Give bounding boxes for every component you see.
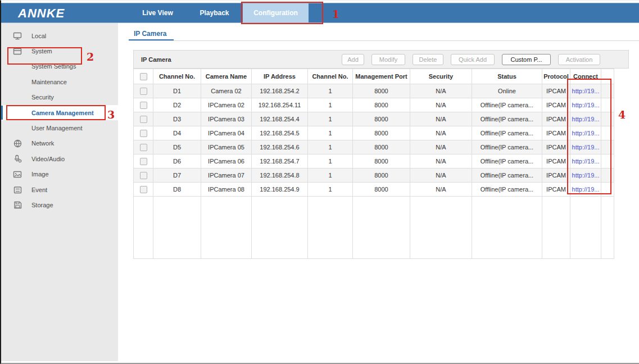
- table-row[interactable]: D2 IPCamera 02 192.168.254.11 1 8000 N/A…: [134, 98, 614, 112]
- tab-playback[interactable]: Playback: [186, 3, 243, 22]
- disk-icon: [12, 201, 22, 210]
- col-security: Security: [410, 69, 472, 84]
- browser-viewport: ANNKE Live View Playback Configuration L…: [0, 0, 639, 364]
- row-checkbox[interactable]: [140, 158, 147, 165]
- table-row[interactable]: D1 Camera 02 192.168.254.2 1 8000 N/A On…: [134, 84, 614, 98]
- cell-channel: D2: [153, 98, 201, 112]
- cell-spacer: [601, 98, 614, 112]
- cell-channel: D7: [153, 169, 201, 183]
- connect-link[interactable]: http://19...: [570, 126, 601, 140]
- sidebar-item-video-audio[interactable]: Video/Audio: [1, 151, 118, 166]
- cell-status: Offline(IP camera...: [472, 154, 542, 169]
- row-checkbox-cell: [134, 112, 153, 126]
- sidebar-item-maintenance[interactable]: Maintenance: [1, 74, 118, 89]
- row-checkbox[interactable]: [140, 130, 147, 137]
- cell-management-port: 8000: [353, 84, 410, 98]
- connect-link[interactable]: http://19...: [570, 98, 601, 112]
- connect-link[interactable]: http://19...: [570, 112, 601, 126]
- tab-ip-camera[interactable]: IP Camera: [134, 30, 166, 38]
- col-channel-no-2: Channel No.: [308, 69, 353, 84]
- modify-button[interactable]: Modify: [371, 54, 405, 65]
- table-row[interactable]: D4 IPCamera 04 192.168.254.5 1 8000 N/A …: [134, 126, 614, 140]
- connect-link[interactable]: http://19...: [570, 84, 601, 98]
- table-row[interactable]: D5 IPCamera 05 192.168.254.6 1 8000 N/A …: [134, 140, 614, 154]
- sidebar-item-label: Image: [31, 171, 49, 178]
- cell-protocol: IPCAM: [542, 183, 570, 197]
- system-icon: [12, 47, 22, 56]
- cell-status: Offline(IP camera...: [472, 183, 542, 197]
- sidebar-item-system-settings[interactable]: System Settings: [1, 59, 118, 74]
- row-checkbox-cell: [134, 169, 153, 183]
- cell-security: N/A: [410, 154, 472, 169]
- quick-add-button[interactable]: Quick Add: [451, 54, 495, 65]
- cell-channel-no: 1: [308, 140, 353, 154]
- cell-status: Offline(IP camera...: [472, 140, 542, 154]
- sidebar-item-label: Local: [31, 33, 46, 39]
- cell-channel-no: 1: [308, 183, 353, 197]
- sidebar-item-image[interactable]: Image: [1, 167, 118, 182]
- cell-ip-address: 192.168.254.11: [252, 98, 308, 112]
- table-row[interactable]: D7 IPCamera 07 192.168.254.8 1 8000 N/A …: [134, 169, 614, 183]
- sidebar-item-local[interactable]: Local: [1, 28, 118, 43]
- cell-security: N/A: [410, 98, 472, 112]
- custom-protocol-button[interactable]: Custom P...: [502, 54, 551, 65]
- row-checkbox[interactable]: [140, 172, 147, 179]
- connect-link[interactable]: http://19...: [570, 140, 601, 154]
- cell-management-port: 8000: [353, 126, 410, 140]
- table-row[interactable]: D8 IPCamera 08 192.168.254.9 1 8000 N/A …: [134, 183, 614, 197]
- ip-camera-panel: IP Camera Add Modify Delete Quick Add Cu…: [133, 50, 629, 259]
- cell-status: Offline(IP camera...: [472, 98, 542, 112]
- cell-channel-no: 1: [308, 154, 353, 169]
- row-checkbox[interactable]: [140, 116, 147, 123]
- toolbar: Add Modify Delete Quick Add Custom P... …: [342, 54, 600, 65]
- sidebar-item-label: User Management: [31, 125, 83, 131]
- row-checkbox-cell: [134, 183, 153, 197]
- cell-channel-no: 1: [308, 84, 353, 98]
- add-button[interactable]: Add: [342, 54, 364, 65]
- col-status: Status: [472, 69, 542, 84]
- monitor-icon: [12, 31, 22, 40]
- cell-camera-name: IPCamera 02: [201, 98, 252, 112]
- connect-link[interactable]: http://19...: [570, 169, 601, 183]
- sidebar-item-network[interactable]: Network: [1, 136, 118, 151]
- row-checkbox-cell: [134, 98, 153, 112]
- sidebar-item-camera-management[interactable]: Camera Management: [1, 105, 118, 120]
- table-row[interactable]: D3 IPCamera 03 192.168.254.4 1 8000 N/A …: [134, 112, 614, 126]
- cell-management-port: 8000: [353, 140, 410, 154]
- row-checkbox-cell: [134, 126, 153, 140]
- sidebar-item-label: Storage: [31, 202, 53, 208]
- cell-channel-no: 1: [308, 98, 353, 112]
- cell-spacer: [601, 169, 614, 183]
- connect-link[interactable]: http://19...: [570, 154, 601, 169]
- cell-status: Offline(IP camera...: [472, 112, 542, 126]
- cell-camera-name: IPCamera 07: [201, 169, 252, 183]
- cell-spacer: [601, 140, 614, 154]
- tab-live-view[interactable]: Live View: [129, 3, 186, 22]
- delete-button[interactable]: Delete: [413, 54, 443, 65]
- cell-security: N/A: [410, 84, 472, 98]
- sidebar-item-label: System: [31, 48, 52, 54]
- connect-link[interactable]: http://19...: [570, 183, 601, 197]
- sidebar-item-security[interactable]: Security: [1, 90, 118, 105]
- cell-ip-address: 192.168.254.7: [252, 154, 308, 169]
- sidebar-item-event[interactable]: Event: [1, 182, 118, 197]
- sidebar-item-label: Security: [31, 94, 54, 101]
- row-checkbox-cell: [134, 154, 153, 169]
- cell-camera-name: Camera 02: [201, 84, 252, 98]
- row-checkbox-cell: [134, 140, 153, 154]
- cell-camera-name: IPCamera 06: [201, 154, 252, 169]
- tab-configuration[interactable]: Configuration: [243, 3, 309, 22]
- row-checkbox[interactable]: [140, 186, 147, 193]
- col-ip-address: IP Address: [252, 69, 308, 84]
- table-header-row: Channel No. Camera Name IP Address Chann…: [134, 69, 614, 84]
- sidebar-item-system[interactable]: System: [1, 43, 118, 58]
- table-row[interactable]: D6 IPCamera 06 192.168.254.7 1 8000 N/A …: [134, 154, 614, 169]
- select-all-checkbox[interactable]: [140, 73, 147, 80]
- activation-button[interactable]: Activation: [558, 54, 600, 65]
- row-checkbox[interactable]: [140, 102, 147, 109]
- sidebar-item-user-management[interactable]: User Management: [1, 120, 118, 135]
- row-checkbox[interactable]: [140, 144, 147, 151]
- sidebar-item-storage[interactable]: Storage: [1, 197, 118, 212]
- sidebar-item-label: Video/Audio: [31, 156, 65, 162]
- row-checkbox[interactable]: [140, 88, 147, 95]
